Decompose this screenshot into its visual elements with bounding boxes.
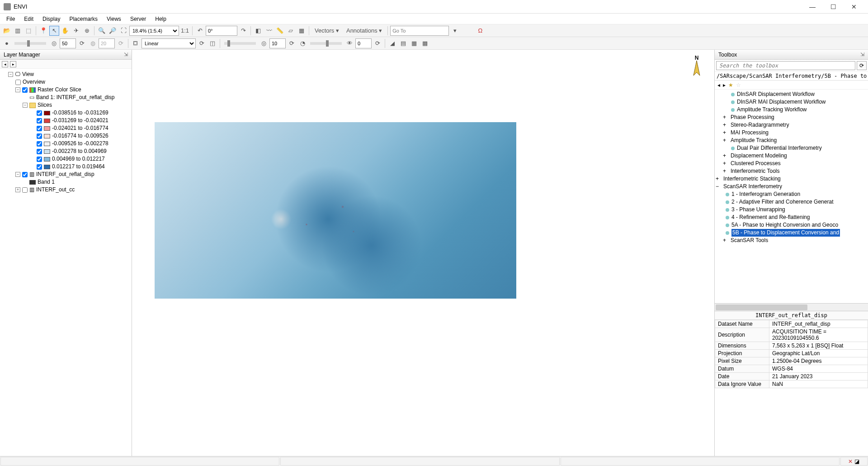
refresh-4-icon[interactable]: ⟳ xyxy=(287,38,297,48)
chk-overview[interactable] xyxy=(15,80,21,85)
crosshair-icon[interactable]: ⊕ xyxy=(82,26,92,36)
zoom-combo[interactable]: 18.4% (1:5.4) xyxy=(129,26,179,36)
chk-slice[interactable] xyxy=(37,118,42,124)
rotate-left-icon[interactable]: ↶ xyxy=(195,26,205,36)
annotations-dropdown[interactable]: Annotations ▾ xyxy=(343,26,385,36)
fly-icon[interactable]: ✈ xyxy=(71,26,81,36)
slice-range[interactable]: -0.038516 to -0.031269 xyxy=(52,109,108,117)
roi-icon[interactable]: ▱ xyxy=(286,26,296,36)
layer-tree[interactable]: −🖵View Overview −Raster Color Slice ▭Ban… xyxy=(0,69,132,456)
tree-interf-disp[interactable]: INTERF_out_reflat_disp xyxy=(36,171,94,178)
tool-item[interactable]: Dual Pair Differential Interferometry xyxy=(737,144,822,152)
stretch-combo[interactable]: Linear xyxy=(142,38,196,48)
dot-icon[interactable]: ● xyxy=(2,38,12,48)
search-refresh-icon[interactable]: ⟳ xyxy=(857,61,867,70)
toolbox-tree[interactable]: DInSAR Displacement WorkflowDInSAR MAI D… xyxy=(715,90,868,303)
slice-range[interactable]: -0.016774 to -0.009526 xyxy=(52,132,108,140)
open-icon[interactable]: 📂 xyxy=(2,26,12,36)
expander-icon[interactable]: + xyxy=(723,167,726,175)
expander-icon[interactable]: + xyxy=(723,152,726,160)
chk-slice[interactable] xyxy=(37,126,42,131)
slider-3[interactable] xyxy=(310,42,342,45)
menu-display[interactable]: Display xyxy=(38,14,65,24)
profile-icon[interactable]: 〰 xyxy=(264,26,274,36)
goto-input[interactable] xyxy=(390,26,449,36)
tool-folder[interactable]: MAI Processing xyxy=(731,129,769,137)
value-1-input[interactable] xyxy=(60,38,76,48)
horizontal-scrollbar[interactable] xyxy=(715,303,868,311)
expander-icon[interactable]: + xyxy=(723,160,726,167)
next-icon[interactable]: ▸ xyxy=(723,82,726,88)
goto-button[interactable]: ▾ xyxy=(450,26,460,36)
tool-folder[interactable]: Interferometric Stacking xyxy=(723,175,781,183)
world-icon[interactable]: ◍ xyxy=(88,38,98,48)
zoom-out-icon[interactable]: 🔎 xyxy=(108,26,118,36)
zoom-full-icon[interactable]: ⛶ xyxy=(118,26,128,36)
refresh-3-icon[interactable]: ⟳ xyxy=(197,38,207,48)
chk-slice[interactable] xyxy=(37,110,42,116)
expander-icon[interactable]: + xyxy=(723,121,726,129)
minimize-button[interactable]: — xyxy=(802,0,823,14)
refresh-5-icon[interactable]: ⟳ xyxy=(373,38,382,48)
slice-range[interactable]: -0.031269 to -0.024021 xyxy=(52,117,108,124)
slice-range[interactable]: -0.002278 to 0.004969 xyxy=(52,147,107,155)
tool-item[interactable]: 2 - Adaptive Filter and Coherence Genera… xyxy=(731,198,833,206)
expander-icon[interactable]: − xyxy=(716,183,719,190)
cursor-value-icon[interactable]: ◧ xyxy=(253,26,263,36)
tool-item[interactable]: Amplitude Tracking Workflow xyxy=(737,106,807,114)
tree-view-root[interactable]: View xyxy=(22,71,34,78)
menu-help[interactable]: Help xyxy=(151,14,171,24)
hist-icon[interactable]: ⛋ xyxy=(131,38,141,48)
tool-item[interactable]: DInSAR MAI Displacement Workflow xyxy=(737,98,826,106)
tool-item[interactable]: 5A - Phase to Height Conversion and Geoc… xyxy=(731,221,838,229)
tree-interf-cc[interactable]: INTERF_out_cc xyxy=(36,186,75,194)
status-x-icon[interactable]: ✕ xyxy=(848,458,853,465)
rotate-right-icon[interactable]: ↷ xyxy=(238,26,248,36)
map-canvas[interactable]: N xyxy=(132,50,714,456)
slider-2[interactable] xyxy=(224,42,256,45)
circ-icon[interactable]: ◔ xyxy=(297,38,307,48)
rotate-input[interactable] xyxy=(206,26,237,36)
menu-views[interactable]: Views xyxy=(102,14,126,24)
chk-slice[interactable] xyxy=(37,133,42,139)
expander-icon[interactable]: + xyxy=(716,175,719,183)
expander-icon[interactable]: − xyxy=(8,72,13,77)
hist-2-icon[interactable]: ◫ xyxy=(208,38,217,48)
expander-icon[interactable]: + xyxy=(723,114,726,121)
target-icon[interactable]: ◎ xyxy=(49,38,59,48)
tool-item[interactable]: 4 - Refinement and Re-flattening xyxy=(731,214,810,221)
tool-folder[interactable]: Amplitude Tracking xyxy=(731,137,777,144)
tree-disp-band1[interactable]: Band 1 xyxy=(38,178,55,186)
palette-2-icon[interactable]: ▤ xyxy=(398,38,408,48)
chip-icon[interactable]: ⬚ xyxy=(24,26,33,36)
expander-icon[interactable]: − xyxy=(15,172,20,177)
expander-icon[interactable]: + xyxy=(723,137,726,144)
chk-rcs[interactable] xyxy=(22,87,28,93)
chk-slice[interactable] xyxy=(37,141,42,147)
chk-slice[interactable] xyxy=(37,164,42,170)
next-icon[interactable]: ▸ xyxy=(10,61,16,67)
chk-slice[interactable] xyxy=(37,157,42,162)
tool-item[interactable]: DInSAR Displacement Workflow xyxy=(737,90,815,98)
zoom-in-icon[interactable]: 🔍 xyxy=(97,26,107,36)
pin-panel-icon[interactable]: ⇲ xyxy=(124,52,128,57)
expander-icon[interactable]: − xyxy=(15,87,20,92)
target-2-icon[interactable]: ◎ xyxy=(259,38,269,48)
palette-1-icon[interactable]: ◢ xyxy=(387,38,397,48)
tool-folder[interactable]: Clustered Processes xyxy=(731,160,781,167)
slice-range[interactable]: -0.009526 to -0.002278 xyxy=(52,140,108,147)
menu-file[interactable]: File xyxy=(2,14,19,24)
menu-placemarks[interactable]: Placemarks xyxy=(65,14,102,24)
prev-icon[interactable]: ◂ xyxy=(717,82,720,88)
pan-icon[interactable]: ✋ xyxy=(60,26,70,36)
layers-icon[interactable]: ▥ xyxy=(13,26,23,36)
tool-folder[interactable]: Stereo-Radargrammetry xyxy=(731,121,789,129)
tree-band1[interactable]: Band 1: INTERF_out_reflat_disp xyxy=(36,94,114,101)
pin-panel-icon[interactable]: ⇲ xyxy=(860,52,864,57)
tool-item[interactable]: 3 - Phase Unwrapping xyxy=(731,206,785,214)
tool-item-selected[interactable]: 5B - Phase to Displacement Conversion an… xyxy=(731,229,840,237)
select-arrow-icon[interactable]: ↖ xyxy=(49,26,59,36)
status-handle-icon[interactable]: ◪ xyxy=(854,458,859,465)
chk-slice[interactable] xyxy=(37,149,42,154)
slice-range[interactable]: 0.012217 to 0.019464 xyxy=(52,163,105,171)
